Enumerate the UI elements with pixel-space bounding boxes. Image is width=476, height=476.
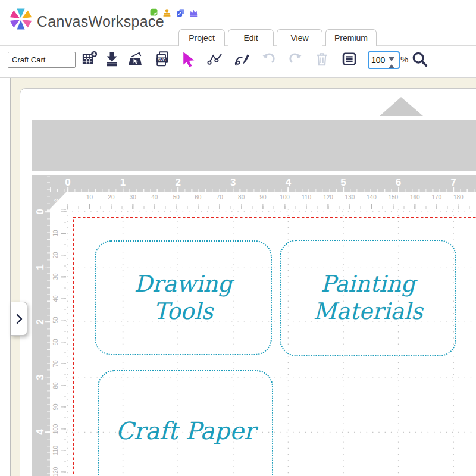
h-ruler-mm-label: 20 <box>108 194 114 201</box>
tab-project[interactable]: Project <box>178 29 225 46</box>
zoom-search-button[interactable] <box>411 50 428 68</box>
v-ruler-inch-label: 2 <box>35 319 46 324</box>
edit-points-tool-button[interactable] <box>206 50 224 68</box>
design-object-craft-paper[interactable]: Craft Paper <box>98 370 273 476</box>
side-panel-expand-tab[interactable] <box>11 302 27 336</box>
design-text-line: Craft Paper <box>115 416 255 445</box>
h-ruler-mm-label: 120 <box>323 194 333 201</box>
horizontal-mm-major-ticks <box>50 204 476 209</box>
canvas-panel: 01234567 1020304050607080901001101201301… <box>20 88 476 476</box>
horizontal-ruler-millimeters: 1020304050607080901001101201301401501601… <box>50 192 476 209</box>
mat-top-border <box>32 120 476 171</box>
design-text-line: Materials <box>314 298 423 325</box>
redo-button[interactable] <box>287 50 305 68</box>
h-ruler-inch-label: 5 <box>340 177 346 189</box>
h-ruler-mm-label: 160 <box>410 194 420 201</box>
transfer-to-machine-button[interactable] <box>126 50 144 68</box>
svg-import-button[interactable]: SVG <box>154 50 171 68</box>
h-ruler-mm-label: 50 <box>173 194 180 201</box>
h-ruler-mm-label: 60 <box>195 194 201 201</box>
mat-direction-triangle-icon <box>380 97 423 116</box>
h-ruler-inch-label: 4 <box>286 177 291 189</box>
h-ruler-inch-label: 6 <box>396 177 401 189</box>
h-ruler-inch-label: 2 <box>175 177 180 189</box>
v-ruler-inch-label: 4 <box>35 430 46 435</box>
svg-text:SVG: SVG <box>158 58 166 62</box>
import-button[interactable] <box>103 50 121 68</box>
horizontal-ruler-major-ticks <box>32 187 476 192</box>
v-ruler-mm-label: 70 <box>52 361 59 367</box>
select-tool-button[interactable] <box>180 50 198 68</box>
vertical-mm-major-ticks <box>61 209 66 476</box>
header: CanvasWorkspace Project Edit View Premiu… <box>0 0 476 46</box>
v-ruler-mm-label: 50 <box>52 317 59 324</box>
v-ruler-inch-label: 0 <box>35 209 46 214</box>
v-ruler-mm-label: 30 <box>52 274 59 280</box>
design-text-line: Drawing <box>134 271 233 298</box>
h-ruler-mm-label: 100 <box>280 194 290 201</box>
design-text-line: Tools <box>154 298 213 325</box>
collapsed-side-panel-strip <box>0 78 11 476</box>
note-icon <box>149 8 159 18</box>
h-ruler-mm-label: 170 <box>431 194 441 201</box>
h-ruler-mm-label: 10 <box>86 194 93 201</box>
tab-edit[interactable]: Edit <box>228 29 274 46</box>
h-ruler-mm-label: 180 <box>453 194 464 201</box>
v-ruler-mm-label: 10 <box>52 230 59 237</box>
v-ruler-inch-label: 3 <box>35 374 46 380</box>
v-ruler-mm-label: 90 <box>52 404 59 411</box>
v-ruler-mm-label: 110 <box>52 446 59 455</box>
h-ruler-inch-label: 3 <box>230 177 236 189</box>
v-ruler-inch-label: 1 <box>35 264 46 270</box>
chevron-right-icon <box>15 313 23 325</box>
zoom-level-input[interactable] <box>369 55 387 65</box>
h-ruler-mm-label: 130 <box>345 194 355 201</box>
h-ruler-mm-label: 80 <box>238 194 245 201</box>
ruler-corner-box: 0 <box>50 192 66 209</box>
v-ruler-mm-label: 100 <box>52 424 59 434</box>
tab-premium[interactable]: Premium <box>325 29 377 46</box>
h-ruler-mm-label: 70 <box>217 194 223 201</box>
design-object-painting-materials[interactable]: Painting Materials <box>280 240 456 356</box>
undo-button[interactable] <box>259 50 277 68</box>
h-ruler-mm-label: 140 <box>367 194 377 201</box>
h-ruler-mm-label: 90 <box>260 194 267 201</box>
v-ruler-mm-label: 60 <box>52 339 59 345</box>
zoom-percent-label: % <box>400 54 408 64</box>
stamp-icon <box>162 8 172 18</box>
design-object-drawing-tools[interactable]: Drawing Tools <box>95 240 272 355</box>
zoom-level-box <box>368 51 400 69</box>
crown-icon <box>189 8 199 18</box>
zoom-step-down-button[interactable] <box>388 61 394 65</box>
toolbar: SVG % <box>0 46 476 78</box>
v-ruler-mm-label: 120 <box>52 467 59 476</box>
v-ruler-mm-label: 20 <box>52 252 59 258</box>
design-text-line: Painting <box>321 271 415 298</box>
h-ruler-inch-label: 1 <box>120 177 126 189</box>
new-mat-button[interactable] <box>80 50 98 68</box>
app-logo-pinwheel-icon <box>8 7 33 34</box>
horizontal-ruler-inches: 01234567 <box>32 175 476 192</box>
pages-icon <box>176 8 186 18</box>
zoom-steppers <box>388 55 394 65</box>
app-title: CanvasWorkspace <box>37 13 164 30</box>
vertical-ruler-millimeters: 102030405060708090100110120 <box>50 209 66 476</box>
h-ruler-mm-label: 150 <box>389 194 399 201</box>
h-ruler-mm-label: 30 <box>130 194 136 201</box>
tab-view[interactable]: View <box>277 29 322 46</box>
properties-list-button[interactable] <box>340 50 358 68</box>
delete-button[interactable] <box>313 50 331 68</box>
project-name-input[interactable] <box>8 52 76 68</box>
h-ruler-mm-label: 110 <box>302 194 311 201</box>
vertical-ruler-inches: 01234 <box>32 175 50 476</box>
h-ruler-mm-label: 40 <box>151 194 158 201</box>
canvasworkspace-app: CanvasWorkspace Project Edit View Premiu… <box>0 0 476 476</box>
h-ruler-inch-label: 0 <box>65 177 70 189</box>
draw-tool-button[interactable] <box>233 50 250 68</box>
h-ruler-inch-label: 7 <box>450 177 456 189</box>
v-ruler-mm-label: 40 <box>52 295 59 302</box>
v-ruler-mm-label: 80 <box>52 382 59 389</box>
